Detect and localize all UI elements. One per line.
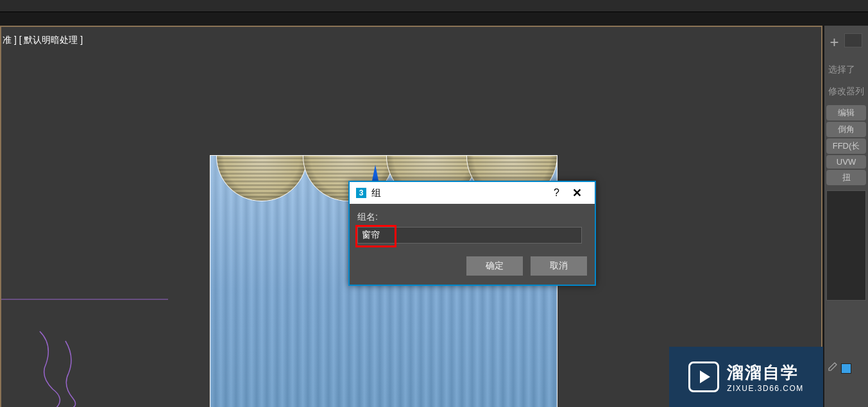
object-color-swatch[interactable] [841,363,851,374]
app-icon: 3 [356,188,366,198]
modifier-item[interactable]: FFD(长 [826,138,866,154]
modifier-list: 编辑 倒角 FFD(长 UVW 扭 [826,105,866,185]
play-icon [688,361,719,392]
viewport-label: 准 ] [ 默认明暗处理 ] [3,35,83,46]
watermark: 溜溜自学 ZIXUE.3D66.COM [669,347,823,407]
wireframe-geometry [1,280,194,407]
modifier-list-label[interactable]: 修改器列 [824,81,868,103]
cancel-button[interactable]: 取消 [531,256,587,276]
modifier-item[interactable]: 倒角 [826,122,866,137]
group-dialog: 3 组 ? ✕ 组名: 确定 取消 [348,181,596,286]
group-name-label: 组名: [357,212,587,223]
eyedropper-icon[interactable] [827,362,837,375]
watermark-title: 溜溜自学 [727,361,804,384]
dialog-titlebar[interactable]: 3 组 ? ✕ [350,182,595,204]
group-name-input[interactable] [357,227,582,244]
create-tab-icon[interactable]: + [830,33,838,51]
command-panel: + 选择了 修改器列 编辑 倒角 FFD(长 UVW 扭 [824,26,868,407]
help-icon[interactable]: ? [547,187,566,199]
modifier-item[interactable]: 编辑 [826,105,866,120]
dialog-title: 组 [371,187,547,199]
modifier-stack[interactable] [826,190,866,301]
modifier-item[interactable]: 扭 [826,170,866,185]
watermark-url: ZIXUE.3D66.COM [727,384,804,393]
ok-button[interactable]: 确定 [466,256,523,276]
modifier-item[interactable]: UVW [826,155,866,169]
modify-tab-icon[interactable] [844,33,862,47]
close-icon[interactable]: ✕ [566,186,588,200]
selection-status: 选择了 [824,59,868,81]
